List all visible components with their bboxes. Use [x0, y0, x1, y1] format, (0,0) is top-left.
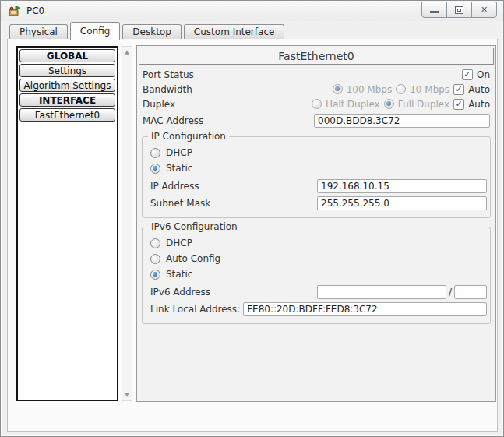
config-frame: GLOBAL Settings Algorithm Settings INTER…	[7, 39, 498, 432]
duplex-full-label: Full Duplex	[398, 99, 449, 110]
ipv6-dhcp-row: DHCP	[147, 235, 487, 251]
pc0-window: PC0 ✕ Physical Config Desktop Custom Int…	[0, 0, 504, 437]
sidebar-item-global[interactable]: GLOBAL	[19, 49, 115, 62]
ip-address-label: IP Address	[150, 181, 317, 192]
link-local-label: Link Local Address:	[150, 304, 240, 315]
window-controls: ✕	[422, 2, 497, 18]
duplex-label: Duplex	[143, 99, 175, 110]
ip-static-label: Static	[166, 163, 192, 174]
ipv6-dhcp-label: DHCP	[166, 238, 192, 248]
duplex-row: Duplex Half Duplex Full Duplex ✓ Auto	[139, 97, 494, 111]
tab-bar: Physical Config Desktop Custom Interface	[7, 21, 498, 40]
sidebar-item-fastethernet0[interactable]: FastEthernet0	[19, 108, 115, 122]
duplex-half-radio[interactable]	[312, 99, 322, 109]
bandwidth-label: Bandwidth	[143, 84, 192, 95]
ipv6-static-row: Static	[147, 266, 487, 282]
tab-desktop[interactable]: Desktop	[122, 24, 182, 39]
titlebar: PC0 ✕	[1, 1, 503, 21]
ipv6-static-label: Static	[166, 269, 192, 280]
bandwidth-row: Bandwidth 100 Mbps 10 Mbps ✓ Auto	[139, 82, 494, 97]
ip-static-radio[interactable]	[150, 164, 160, 174]
sidebar-item-interface[interactable]: INTERFACE	[19, 93, 115, 107]
window-title: PC0	[26, 5, 44, 16]
bandwidth-100mbps-radio[interactable]	[333, 84, 343, 94]
port-status-row: Port Status ✓ On	[139, 67, 494, 82]
ipv6-autoconfig-label: Auto Config	[166, 253, 220, 264]
ipv6-dhcp-radio[interactable]	[150, 238, 160, 248]
ipv6-autoconfig-radio[interactable]	[150, 254, 160, 264]
scroll-down-icon[interactable]: ▼	[122, 392, 132, 398]
scroll-up-icon[interactable]: ▲	[122, 49, 132, 55]
ip-address-input[interactable]	[317, 179, 487, 193]
ipv6-address-input[interactable]	[317, 285, 446, 299]
ip-configuration-title: IP Configuration	[148, 131, 229, 142]
port-status-checkbox[interactable]: ✓	[462, 69, 473, 80]
sidebar-scrollbar[interactable]: ▲ ▼	[122, 46, 132, 401]
ipv6-configuration-title: IPv6 Configuration	[148, 221, 241, 232]
bandwidth-auto-label: Auto	[468, 84, 490, 95]
duplex-auto-checkbox[interactable]: ✓	[453, 99, 464, 110]
maximize-icon	[455, 6, 463, 14]
interface-panel: FastEthernet0 Port Status ✓ On Bandwidth…	[136, 45, 496, 402]
subnet-mask-label: Subnet Mask	[150, 198, 317, 209]
ip-dhcp-radio[interactable]	[150, 148, 160, 158]
tab-custom-interface[interactable]: Custom Interface	[184, 24, 285, 39]
close-button[interactable]: ✕	[471, 2, 497, 18]
sidebar-item-settings[interactable]: Settings	[19, 64, 115, 77]
panel-title: FastEthernet0	[139, 48, 494, 65]
ipv6-configuration-group: IPv6 Configuration DHCP Auto Config Stat…	[142, 227, 491, 324]
port-status-label: Port Status	[143, 69, 194, 80]
ipv6-address-row: IPv6 Address /	[150, 285, 487, 299]
sidebar: GLOBAL Settings Algorithm Settings INTER…	[16, 46, 118, 401]
ip-address-row: IP Address	[150, 179, 487, 193]
ipv6-prefix-input[interactable]	[454, 285, 487, 299]
mac-address-input[interactable]	[314, 114, 490, 128]
ip-configuration-group: IP Configuration DHCP Static IP Address …	[142, 136, 491, 218]
minimize-icon	[430, 11, 439, 13]
tab-physical[interactable]: Physical	[9, 24, 68, 39]
ipv6-prefix-separator: /	[446, 287, 454, 298]
duplex-auto-label: Auto	[468, 99, 490, 110]
subnet-mask-input[interactable]	[317, 196, 487, 210]
tab-config[interactable]: Config	[70, 22, 121, 40]
duplex-half-label: Half Duplex	[326, 99, 380, 110]
ip-static-row: Static	[147, 160, 487, 176]
port-status-on-label: On	[477, 69, 490, 80]
ip-dhcp-row: DHCP	[147, 145, 487, 160]
ipv6-address-label: IPv6 Address	[150, 287, 317, 298]
bandwidth-100mbps-label: 100 Mbps	[347, 84, 393, 95]
subnet-mask-row: Subnet Mask	[150, 196, 487, 210]
mac-address-label: MAC Address	[143, 115, 314, 126]
bandwidth-auto-checkbox[interactable]: ✓	[453, 84, 464, 95]
ipv6-autoconfig-row: Auto Config	[147, 251, 487, 266]
minimize-button[interactable]	[421, 2, 447, 18]
bandwidth-10mbps-label: 10 Mbps	[410, 84, 449, 95]
sidebar-item-algorithm-settings[interactable]: Algorithm Settings	[19, 79, 115, 92]
maximize-button[interactable]	[446, 2, 472, 18]
link-local-row: Link Local Address:	[150, 302, 487, 316]
duplex-full-radio[interactable]	[384, 99, 394, 109]
mac-address-row: MAC Address	[143, 114, 490, 128]
app-icon	[9, 5, 21, 17]
ipv6-static-radio[interactable]	[150, 270, 160, 280]
close-icon: ✕	[481, 5, 488, 14]
ip-dhcp-label: DHCP	[166, 147, 192, 158]
bandwidth-10mbps-radio[interactable]	[396, 84, 406, 94]
link-local-input[interactable]	[243, 302, 487, 316]
